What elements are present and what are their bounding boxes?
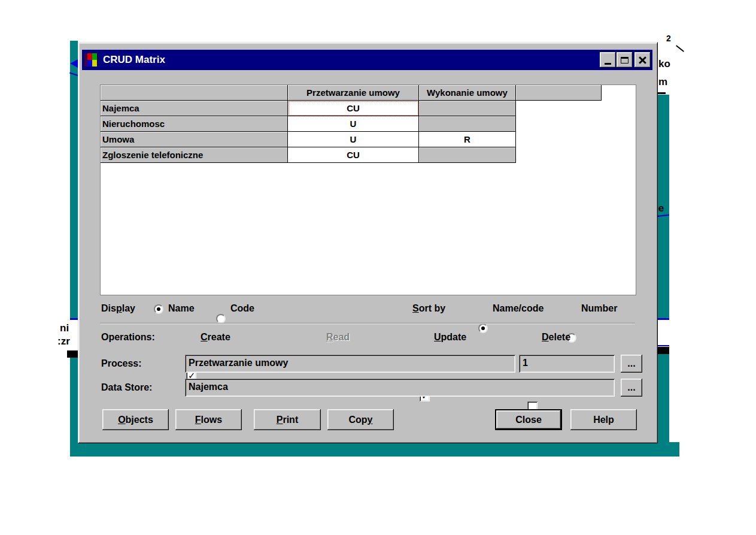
window-title: CRUD Matrix	[103, 54, 165, 66]
diagram-arrowhead-icon	[70, 59, 78, 68]
process-browse-button[interactable]: ...	[621, 355, 642, 373]
close-button[interactable]: Close	[495, 409, 562, 430]
table-row: Umowa U R	[101, 132, 636, 147]
background-text-fragment: ni	[60, 322, 69, 334]
background-text-fragment: :zr	[57, 335, 70, 347]
diagram-line-stub	[657, 92, 666, 94]
matrix-cell[interactable]	[419, 101, 516, 116]
column-header-process-1[interactable]: Przetwarzanie umowy	[288, 85, 419, 101]
column-header-process-2[interactable]: Wykonanie umowy	[419, 85, 516, 101]
maximize-button[interactable]	[617, 52, 633, 68]
display-name-radio[interactable]	[154, 304, 163, 314]
row-header[interactable]: Najemca	[101, 101, 288, 116]
display-label: Display	[101, 303, 135, 314]
matrix-cell[interactable]	[419, 147, 516, 163]
table-row: Nieruchomosc U	[101, 116, 636, 132]
table-row: Zgloszenie telefoniczne CU	[101, 147, 636, 163]
background-text-fragment: m	[658, 76, 667, 88]
flows-button[interactable]: Flows	[175, 409, 242, 430]
matrix-cell[interactable]: CU	[288, 147, 419, 163]
delete-checkbox-label[interactable]: Delete	[542, 332, 570, 343]
process-name-field[interactable]: Przetwarzanie umowy	[185, 355, 515, 373]
sort-namecode-radio-label[interactable]: Name/code	[493, 303, 544, 314]
sort-namecode-radio[interactable]	[478, 324, 488, 333]
help-button[interactable]: Help	[570, 409, 637, 430]
background-text-fragment: ko	[658, 58, 670, 70]
create-checkbox-label[interactable]: Create	[201, 332, 230, 343]
background-teal-strip-left	[70, 41, 78, 318]
matrix-cell-selected[interactable]: CU	[288, 101, 419, 116]
data-store-label: Data Store:	[101, 382, 152, 393]
column-header-blank[interactable]	[101, 85, 288, 101]
row-header[interactable]: Nieruchomosc	[101, 116, 288, 132]
copy-button[interactable]: Copy	[327, 409, 394, 430]
process-number-field[interactable]: 1	[519, 355, 615, 373]
close-icon	[638, 56, 647, 65]
diagram-blue-line	[657, 318, 669, 320]
row-header[interactable]: Zgloszenie telefoniczne	[101, 147, 288, 163]
minimize-icon	[605, 63, 611, 65]
matrix-cell[interactable]: U	[288, 116, 419, 132]
data-store-browse-button[interactable]: ...	[621, 379, 642, 397]
diagram-black-bar-left	[67, 350, 78, 358]
objects-button[interactable]: Objects	[102, 409, 169, 430]
background-teal-band-bottom	[70, 442, 679, 457]
read-checkbox-label: Read	[326, 332, 350, 343]
row-header[interactable]: Umowa	[101, 132, 288, 147]
display-code-radio-label[interactable]: Code	[230, 303, 254, 314]
diagram-line-tick	[676, 45, 684, 52]
minimize-button[interactable]	[600, 52, 616, 68]
crud-matrix-grid: Przetwarzanie umowy Wykonanie umowy Naje…	[100, 84, 636, 295]
app-window-icon	[84, 53, 98, 67]
matrix-cell[interactable]	[419, 116, 516, 132]
maximize-icon	[621, 57, 629, 64]
matrix-cell[interactable]: U	[288, 132, 419, 147]
close-window-button[interactable]	[634, 52, 651, 68]
grid-header-row: Przetwarzanie umowy Wykonanie umowy	[101, 85, 636, 101]
separator-line	[100, 323, 635, 324]
sort-by-label: Sort by	[412, 303, 445, 314]
matrix-cell[interactable]: R	[419, 132, 516, 147]
crud-matrix-window: CRUD Matrix Przetwarzanie umowy Wykonani…	[78, 42, 658, 443]
background-teal-strip-right-lower	[657, 354, 669, 444]
data-store-name-field[interactable]: Najemca	[185, 379, 615, 397]
display-name-radio-label[interactable]: Name	[168, 303, 195, 314]
operations-label: Operations:	[101, 332, 155, 343]
process-label: Process:	[101, 358, 142, 369]
update-checkbox-label[interactable]: Update	[434, 332, 466, 343]
column-header-blank-2[interactable]	[516, 85, 602, 101]
display-code-radio[interactable]	[216, 314, 226, 324]
diagram-blue-line	[70, 318, 78, 320]
print-button[interactable]: Print	[254, 409, 321, 430]
table-row: Najemca CU	[101, 101, 636, 116]
titlebar[interactable]: CRUD Matrix	[82, 50, 652, 70]
diagram-blue-line	[657, 345, 669, 346]
background-text-fragment: 2	[666, 34, 671, 43]
sort-number-radio-label[interactable]: Number	[581, 303, 617, 314]
